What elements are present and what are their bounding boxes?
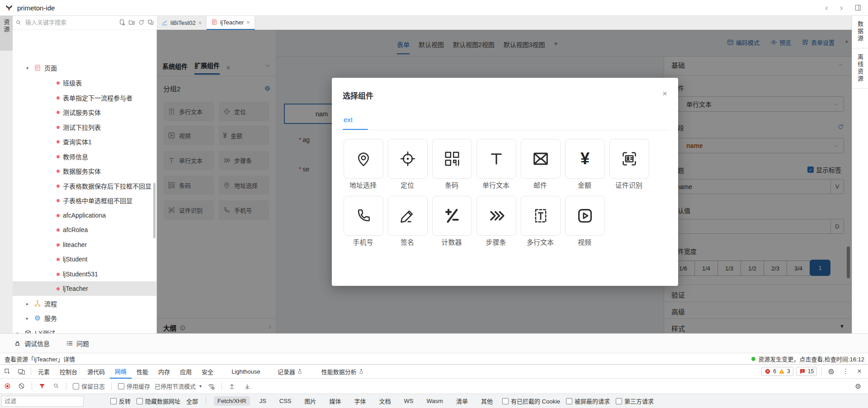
tree-item[interactable]: 数据服务实体 xyxy=(13,164,156,178)
record-icon[interactable] xyxy=(4,382,11,390)
component-barcode[interactable] xyxy=(432,139,472,179)
devtools-tab-security[interactable]: 安全 xyxy=(197,365,218,379)
filter-icon[interactable] xyxy=(38,383,46,390)
tree-item[interactable]: ljStudent531 xyxy=(13,267,156,281)
datasource-strip-tab[interactable]: 数据源 xyxy=(852,15,868,48)
blocked-cookies-checkbox[interactable]: 有已拦截的 Cookie xyxy=(502,397,560,405)
tree-item[interactable]: 班级表 xyxy=(13,76,156,90)
kebab-menu-icon[interactable]: ⋮ xyxy=(842,367,849,375)
component-mail[interactable] xyxy=(521,139,561,179)
invert-checkbox[interactable]: 反转 xyxy=(110,397,131,405)
network-settings-icon[interactable] xyxy=(854,383,862,390)
filter-manifest[interactable]: 清单 xyxy=(453,395,472,407)
throttling-select[interactable]: 已停用节流模式▼ xyxy=(155,382,203,390)
filter-js[interactable]: JS xyxy=(256,396,270,406)
close-tab-icon[interactable]: × xyxy=(198,19,202,26)
component-address[interactable] xyxy=(344,139,383,179)
editor-tab-libitest02[interactable]: liBiTest02 × xyxy=(157,15,207,30)
expand-arrow-icon[interactable]: ▾ xyxy=(26,66,31,71)
tree-item[interactable]: ljStudent xyxy=(13,252,156,266)
tree-item[interactable]: 查询实体1 xyxy=(13,134,156,149)
refresh-icon[interactable] xyxy=(138,19,145,26)
close-icon[interactable]: × xyxy=(662,89,667,99)
inspect-icon[interactable] xyxy=(4,368,11,375)
devtools-tab-memory[interactable]: 内存 xyxy=(153,365,175,379)
collapse-all-icon[interactable] xyxy=(147,19,154,26)
tree-item[interactable]: 表单指定下一流程参与者 xyxy=(13,90,156,105)
component-steps[interactable] xyxy=(476,196,516,236)
nav-back-icon[interactable]: ‹ xyxy=(825,3,828,13)
devtools-close-icon[interactable]: × xyxy=(857,367,862,376)
hide-data-urls-checkbox[interactable]: 隐藏数据网址 xyxy=(137,397,180,405)
devtools-tab-lighthouse[interactable]: Lighthouse xyxy=(226,365,265,379)
nav-forward-icon[interactable]: › xyxy=(840,3,843,13)
close-tab-icon[interactable]: × xyxy=(246,19,250,26)
tab-ext[interactable]: ext xyxy=(344,116,353,123)
debug-info-tab[interactable]: 调试信息 xyxy=(14,339,50,348)
offline-resources-strip-tab[interactable]: 离线资源 xyxy=(852,48,868,89)
tree-item[interactable]: afcRolea xyxy=(13,223,156,237)
filter-ws[interactable]: WS xyxy=(401,396,417,406)
disable-cache-checkbox[interactable]: 停用缓存 xyxy=(118,382,150,390)
devtools-tab-recorder[interactable]: 记录器 xyxy=(273,365,307,379)
devtools-tab-console[interactable]: 控制台 xyxy=(55,365,82,379)
status-left-text[interactable]: 查看资源「ljTeacher」详情 xyxy=(5,355,75,363)
devtools-tab-application[interactable]: 应用 xyxy=(175,365,197,379)
tree-folder-pages[interactable]: ▾ 页面 xyxy=(13,61,156,75)
toggle-panel-icon[interactable] xyxy=(854,4,862,11)
devtools-tab-elements[interactable]: 元素 xyxy=(33,365,55,379)
filter-all[interactable]: 全部 xyxy=(186,397,198,405)
search-input[interactable] xyxy=(24,19,116,26)
tree-folder-services[interactable]: ▸ 服务 xyxy=(13,311,156,325)
filter-wasm[interactable]: Wasm xyxy=(423,396,447,406)
status-right-text[interactable]: 资源发生变更，点击查看,检查时间:16:12 xyxy=(758,355,864,363)
blocked-requests-checkbox[interactable]: 被屏蔽的请求 xyxy=(566,397,610,405)
network-conditions-icon[interactable] xyxy=(207,382,215,390)
tree-item[interactable]: 子表格数据保存后下拉框不回显 xyxy=(13,179,156,193)
third-party-checkbox[interactable]: 第三方请求 xyxy=(616,397,654,405)
component-multiline[interactable] xyxy=(521,196,561,236)
filter-css[interactable]: CSS xyxy=(276,396,295,406)
tree-item[interactable]: 教师信息 xyxy=(13,149,156,164)
tree-item[interactable]: 测试下拉列表 xyxy=(13,120,156,134)
issues-badge[interactable]: 15 xyxy=(796,367,817,376)
search-icon[interactable] xyxy=(53,383,60,389)
component-locate[interactable] xyxy=(388,139,428,179)
tree-root-lx[interactable]: ▸ LX测试 xyxy=(13,326,156,333)
sidebar-scrollbar[interactable] xyxy=(153,183,156,238)
tree-item[interactable]: 测试服务实体 xyxy=(13,105,156,119)
editor-tab-ljteacher[interactable]: ljTeacher × xyxy=(207,15,255,30)
tree-item[interactable]: 子表格中单选框组不回显 xyxy=(13,193,156,208)
tree-folder-flow[interactable]: ▸ 流程 xyxy=(13,296,156,311)
filter-media[interactable]: 媒体 xyxy=(326,395,345,407)
filter-font[interactable]: 字体 xyxy=(351,395,370,407)
new-folder-icon[interactable] xyxy=(128,19,135,26)
filter-other[interactable]: 其他 xyxy=(477,395,496,407)
devtools-tab-performance[interactable]: 性能 xyxy=(132,365,153,379)
tree-item-selected[interactable]: ljTeacher xyxy=(13,281,156,296)
devtools-tab-perf-insights[interactable]: 性能数据分析 xyxy=(316,365,369,379)
import-har-icon[interactable] xyxy=(228,383,236,390)
devtools-settings-icon[interactable] xyxy=(827,368,835,375)
component-singleline[interactable] xyxy=(476,139,516,179)
problems-tab[interactable]: 问题 xyxy=(66,339,89,348)
collapse-arrow-icon[interactable]: ▸ xyxy=(26,301,31,306)
tree-item[interactable]: afcApplicationa xyxy=(13,208,156,223)
tree-item[interactable]: liteacher xyxy=(13,237,156,252)
component-idcard[interactable] xyxy=(609,139,649,179)
filter-fetch-xhr[interactable]: Fetch/XHR xyxy=(214,396,250,406)
resources-strip-tab[interactable]: 资源 xyxy=(0,15,13,51)
devtools-tab-network[interactable]: 网络 xyxy=(110,365,132,379)
network-filter-input[interactable] xyxy=(1,396,84,407)
import-resource-icon[interactable] xyxy=(119,19,126,26)
devtools-tab-sources[interactable]: 源代码 xyxy=(82,365,110,379)
device-toolbar-icon[interactable] xyxy=(18,368,25,375)
console-badges[interactable]: 6 3 xyxy=(761,367,793,376)
component-amount[interactable]: ¥ xyxy=(565,139,605,179)
collapse-arrow-icon[interactable]: ▸ xyxy=(26,316,31,321)
export-har-icon[interactable] xyxy=(244,383,251,390)
preserve-log-checkbox[interactable]: 保留日志 xyxy=(73,382,105,390)
component-signature[interactable] xyxy=(388,196,428,236)
filter-img[interactable]: 图片 xyxy=(301,395,320,407)
filter-doc[interactable]: 文档 xyxy=(376,395,395,407)
